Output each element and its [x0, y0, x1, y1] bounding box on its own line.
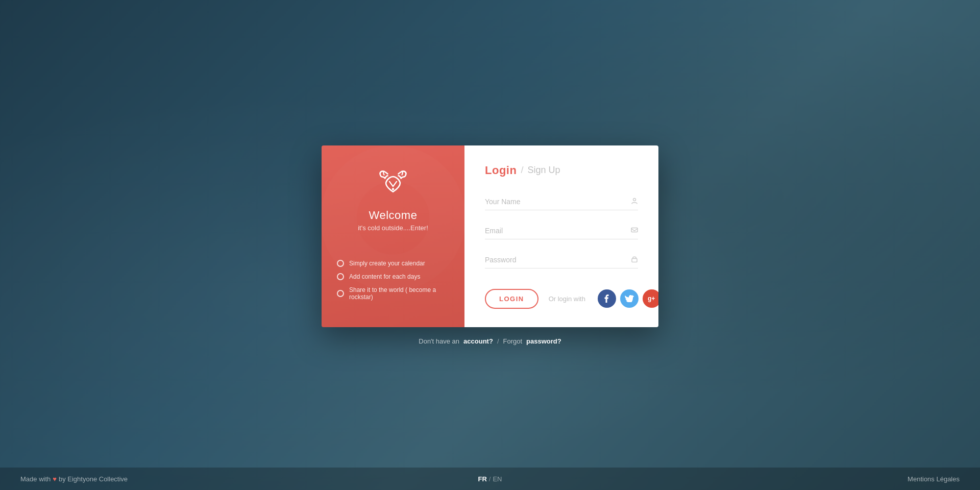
welcome-title: Welcome: [369, 209, 418, 222]
svg-rect-2: [631, 228, 638, 232]
tab-tab-divider: /: [521, 165, 523, 176]
twitter-login-button[interactable]: [620, 289, 639, 308]
password-input[interactable]: [485, 252, 638, 268]
svg-text:g+: g+: [648, 295, 655, 302]
svg-point-1: [633, 199, 636, 201]
lang-en[interactable]: EN: [493, 475, 502, 483]
auth-tabs: Login / Sign Up: [485, 164, 638, 177]
right-panel: Login / Sign Up: [464, 145, 658, 327]
login-button[interactable]: LOGIN: [485, 289, 538, 309]
name-input[interactable]: [485, 193, 638, 210]
feature-item-3: Share it to the world ( become a rocksta…: [337, 286, 449, 301]
password-field-group: [485, 252, 638, 268]
welcome-subtitle: it's cold outside....Enter!: [358, 224, 428, 232]
lock-icon: [631, 256, 638, 264]
feature-bullet-2: [337, 273, 344, 280]
svg-point-0: [392, 188, 394, 190]
left-panel: Welcome it's cold outside....Enter! Simp…: [322, 145, 464, 327]
forgot-password-link[interactable]: password?: [526, 337, 561, 345]
email-icon: [631, 227, 638, 235]
email-input[interactable]: [485, 223, 638, 239]
name-field-group: [485, 193, 638, 210]
lang-divider: /: [489, 475, 491, 483]
footer: Made with ♥ by Eightyone Collective FR /…: [0, 468, 980, 490]
user-icon: [631, 198, 638, 206]
language-switcher: FR / EN: [478, 475, 502, 483]
tab-signup[interactable]: Sign Up: [527, 165, 560, 176]
no-account-text: Don't have an: [419, 337, 459, 345]
feature-bullet-1: [337, 260, 344, 267]
or-login-text: Or login with: [549, 295, 585, 303]
login-card: Welcome it's cold outside....Enter! Simp…: [322, 145, 658, 327]
svg-rect-3: [632, 259, 637, 262]
feature-bullet-3: [337, 290, 344, 297]
features-list: Simply create your calendar Add content …: [337, 244, 449, 307]
by-text: by Eightyone Collective: [59, 475, 128, 483]
feature-item-1: Simply create your calendar: [337, 260, 449, 267]
mentions-legales-link[interactable]: Mentions Légales: [908, 475, 960, 483]
made-with-text: Made with: [20, 475, 51, 483]
lang-fr[interactable]: FR: [478, 475, 486, 483]
account-link[interactable]: account?: [463, 337, 493, 345]
below-divider: /: [497, 337, 499, 345]
brand-logo-icon: [375, 166, 411, 202]
logo-area: Welcome it's cold outside....Enter!: [358, 166, 428, 232]
form-actions: LOGIN Or login with: [485, 289, 638, 309]
below-card-links: Don't have an account? / Forgot password…: [419, 337, 561, 345]
social-buttons: g+: [598, 289, 658, 308]
footer-left: Made with ♥ by Eightyone Collective: [20, 475, 128, 483]
forgot-text: Forgot: [503, 337, 523, 345]
tab-login[interactable]: Login: [485, 164, 517, 177]
email-field-group: [485, 223, 638, 239]
facebook-login-button[interactable]: [598, 289, 616, 308]
main-content: Welcome it's cold outside....Enter! Simp…: [322, 145, 658, 345]
googleplus-login-button[interactable]: g+: [643, 289, 658, 308]
heart-icon: ♥: [53, 475, 57, 483]
feature-item-2: Add content for each days: [337, 273, 449, 280]
